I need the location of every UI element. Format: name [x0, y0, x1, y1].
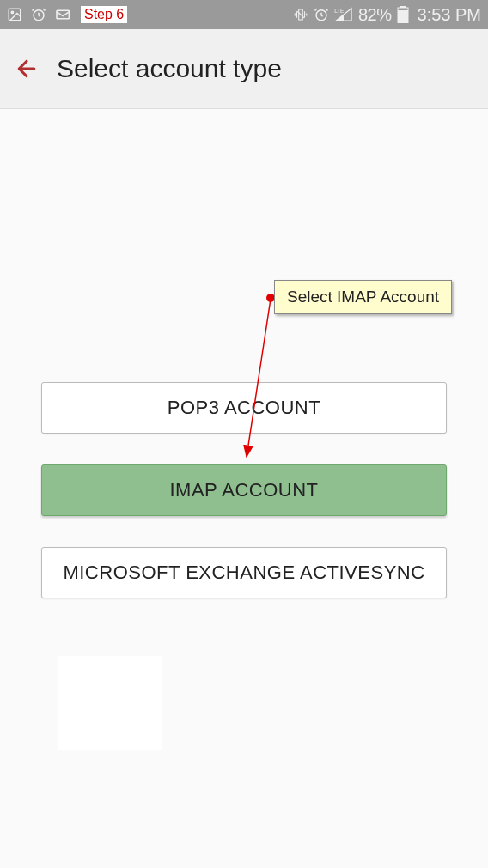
exchange-label: MICROSOFT EXCHANGE ACTIVESYNC: [63, 561, 424, 584]
content-area: POP3 ACCOUNT IMAP ACCOUNT MICROSOFT EXCH…: [0, 109, 488, 598]
pop3-account-button[interactable]: POP3 ACCOUNT: [41, 382, 447, 434]
white-placeholder: [58, 656, 162, 750]
status-left-icons: Step 6: [7, 6, 127, 23]
battery-icon: [397, 6, 409, 23]
clock-time: 3:53 PM: [418, 5, 481, 25]
back-arrow-icon[interactable]: [14, 56, 40, 82]
alarm-icon: [31, 7, 46, 22]
battery-percent: 82%: [358, 5, 392, 25]
svg-text:LTE: LTE: [334, 8, 344, 14]
svg-rect-8: [398, 10, 408, 23]
imap-label: IMAP ACCOUNT: [169, 479, 318, 501]
imap-account-button[interactable]: IMAP ACCOUNT: [41, 464, 447, 516]
page-title: Select account type: [57, 54, 282, 83]
annotation-tooltip: Select IMAP Account: [274, 280, 452, 314]
status-right-icons: LTE 82% 3:53 PM: [293, 5, 481, 25]
svg-point-1: [11, 11, 13, 13]
vibrate-icon: [293, 7, 308, 22]
exchange-account-button[interactable]: MICROSOFT EXCHANGE ACTIVESYNC: [41, 547, 447, 598]
app-bar: Select account type: [0, 29, 488, 109]
step-label: Step 6: [81, 6, 127, 23]
alarm-status-icon: [314, 7, 329, 22]
svg-rect-3: [57, 10, 69, 19]
image-icon: [7, 7, 22, 22]
signal-icon: LTE: [334, 7, 353, 22]
pop3-label: POP3 ACCOUNT: [168, 397, 320, 419]
annotation-text: Select IMAP Account: [287, 288, 439, 306]
status-bar: Step 6 LTE 82% 3:53 PM: [0, 0, 488, 29]
mail-notification-icon: [55, 8, 72, 21]
